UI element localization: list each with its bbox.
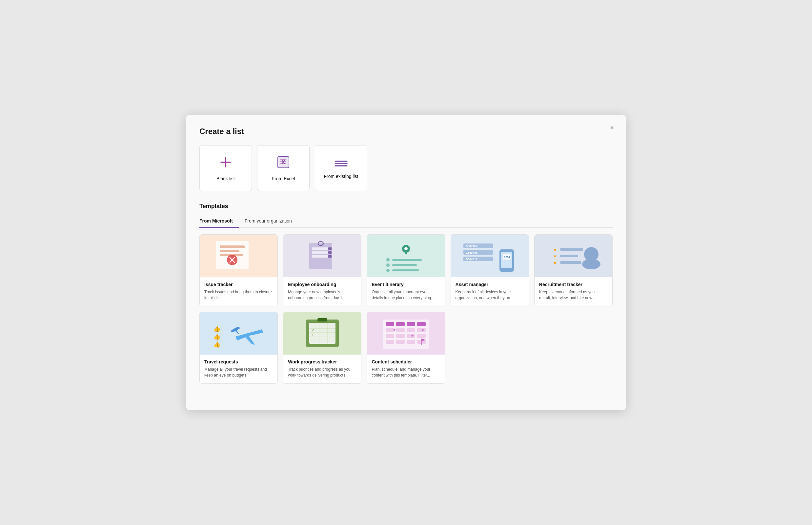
svg-rect-5	[280, 159, 286, 160]
template-card-employee-onboarding[interactable]: ✓ ✓ ✓ Employee onboarding Manage your ne…	[283, 234, 361, 306]
template-thumb-asset: 5687156 1649786 5564512 3254	[451, 235, 528, 277]
svg-rect-13	[220, 245, 245, 248]
template-desc-travel: Manage all your travel requests and keep…	[204, 366, 273, 378]
excel-icon: X	[276, 155, 291, 171]
create-list-dialog: Create a list × Blank list X	[186, 115, 626, 410]
svg-rect-78	[386, 322, 394, 326]
svg-rect-81	[417, 322, 426, 326]
template-desc-issue: Track issues and bring them to closure i…	[204, 289, 273, 301]
svg-rect-88	[386, 334, 394, 338]
template-desc-recruit: Keep everyone informed as you recruit, i…	[539, 289, 608, 301]
svg-text:✓: ✓	[311, 333, 314, 336]
svg-text:★: ★	[553, 253, 557, 258]
svg-text:5687156: 5687156	[466, 244, 478, 248]
svg-point-39	[386, 269, 390, 272]
svg-rect-21	[312, 247, 330, 250]
template-name-asset: Asset manager	[455, 282, 524, 287]
templates-section: Templates From Microsoft From your organ…	[199, 203, 613, 384]
from-existing-list-card[interactable]: From existing list	[315, 145, 367, 191]
templates-title: Templates	[199, 203, 613, 210]
svg-point-37	[386, 264, 390, 267]
template-grid-row1: Issue tracker Track issues and bring the…	[199, 234, 613, 306]
template-desc-work: Track priorities and progress as you wor…	[288, 366, 357, 378]
svg-text:✓: ✓	[329, 248, 331, 250]
svg-text:3254: 3254	[504, 256, 510, 258]
svg-text:✓: ✓	[311, 328, 314, 332]
template-tabs: From Microsoft From your organization	[199, 215, 613, 228]
svg-rect-58	[560, 255, 578, 257]
template-name-issue: Issue tracker	[204, 282, 273, 287]
template-card-issue-tracker[interactable]: Issue tracker Track issues and bring the…	[199, 234, 278, 306]
svg-rect-7	[280, 163, 286, 164]
template-name-work: Work progress tracker	[288, 359, 357, 364]
template-thumb-onboard: ✓ ✓ ✓	[284, 235, 361, 277]
template-desc-content: Plan, schedule, and manage your content …	[372, 366, 440, 378]
blank-list-label: Blank list	[216, 176, 235, 181]
svg-point-54	[582, 259, 600, 269]
template-thumb-work: ✓ ✓	[284, 312, 361, 355]
template-card-content-scheduler[interactable]: ★ ★ ★	[367, 312, 445, 384]
template-empty-2	[534, 312, 613, 384]
plus-icon	[218, 155, 233, 171]
tab-from-microsoft[interactable]: From Microsoft	[199, 215, 239, 228]
svg-text:★: ★	[411, 334, 414, 338]
template-card-recruitment-tracker[interactable]: ★ ★ ★ Recruitment tracker Keep everyone …	[534, 234, 613, 306]
svg-rect-94	[396, 340, 405, 344]
template-desc-onboard: Manage your new employee's onboarding pr…	[288, 289, 357, 301]
svg-rect-40	[392, 269, 419, 271]
svg-text:👍: 👍	[213, 333, 221, 340]
template-thumb-recruit: ★ ★ ★	[535, 235, 612, 277]
svg-rect-75	[317, 318, 327, 321]
svg-text:★: ★	[393, 328, 396, 332]
svg-rect-22	[312, 251, 330, 254]
template-thumb-issue	[200, 235, 277, 277]
svg-text:★: ★	[421, 328, 424, 332]
template-card-event-itinerary[interactable]: Event itinerary Organize all your import…	[367, 234, 445, 306]
svg-rect-38	[392, 264, 417, 266]
template-name-recruit: Recruitment tracker	[539, 282, 608, 287]
svg-rect-85	[407, 328, 415, 332]
svg-rect-79	[396, 322, 405, 326]
from-existing-list-label: From existing list	[324, 174, 358, 179]
tab-from-org[interactable]: From your organization	[245, 215, 298, 228]
from-excel-label: From Excel	[272, 176, 295, 181]
svg-text:5564512: 5564512	[466, 258, 478, 261]
svg-rect-56	[560, 248, 583, 251]
template-thumb-content: ★ ★ ★	[367, 312, 445, 355]
template-desc-asset: Keep track of all devices in your organi…	[455, 289, 524, 301]
template-name-event: Event itinerary	[372, 282, 440, 287]
svg-text:👍: 👍	[213, 325, 221, 332]
svg-text:✓: ✓	[329, 252, 331, 254]
template-thumb-event	[367, 235, 445, 277]
creation-options-row: Blank list X From Excel	[199, 145, 613, 191]
blank-list-card[interactable]: Blank list	[199, 145, 252, 191]
svg-rect-14	[220, 250, 240, 252]
svg-rect-83	[396, 328, 405, 332]
svg-rect-23	[312, 255, 330, 258]
svg-rect-80	[407, 322, 415, 326]
close-button[interactable]: ×	[607, 123, 617, 132]
svg-text:👍: 👍	[213, 341, 221, 348]
from-excel-card[interactable]: X From Excel	[257, 145, 309, 191]
template-desc-event: Organize all your important event detail…	[372, 289, 440, 301]
svg-rect-95	[407, 340, 415, 344]
svg-text:★: ★	[553, 247, 557, 252]
template-card-asset-manager[interactable]: 5687156 1649786 5564512 3254 Asset	[451, 234, 529, 306]
template-name-travel: Travel requests	[204, 359, 273, 364]
svg-rect-89	[396, 334, 405, 338]
svg-rect-93	[386, 340, 394, 344]
template-name-onboard: Employee onboarding	[288, 282, 357, 287]
template-card-work-progress-tracker[interactable]: ✓ ✓ Work progress tracker Track prioriti…	[283, 312, 361, 384]
template-grid-row2: 👍 👍 👍 Travel requests Manage all your tr…	[199, 312, 613, 384]
list-icon	[334, 157, 348, 169]
template-card-travel-requests[interactable]: 👍 👍 👍 Travel requests Manage all your tr…	[199, 312, 278, 384]
template-empty-1	[451, 312, 529, 384]
svg-text:1649786: 1649786	[466, 251, 478, 254]
template-thumb-travel: 👍 👍 👍	[200, 312, 277, 355]
svg-rect-60	[560, 261, 581, 264]
svg-point-35	[386, 258, 390, 261]
svg-rect-36	[392, 259, 422, 261]
dialog-title: Create a list	[199, 127, 613, 136]
svg-text:★: ★	[553, 260, 557, 265]
svg-rect-92	[417, 334, 426, 338]
